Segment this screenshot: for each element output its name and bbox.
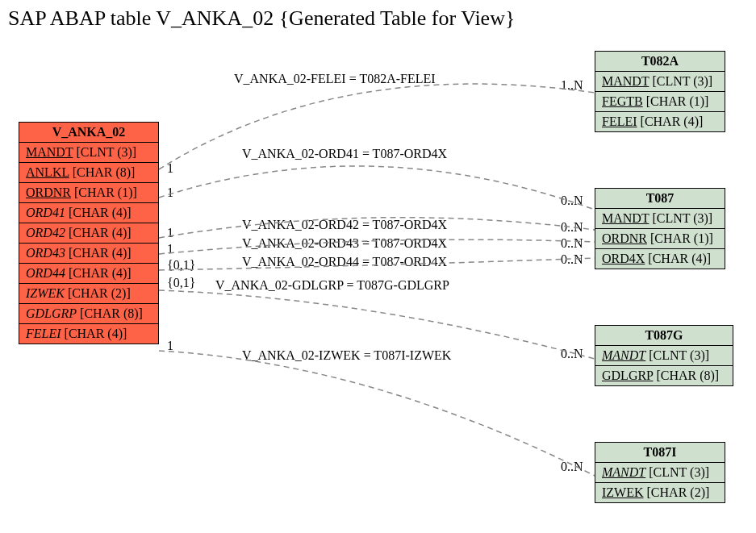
entity-v-anka-02: V_ANKA_02 MANDT [CLNT (3)] ANLKL [CHAR (… <box>19 122 159 344</box>
cardinality-right: 0..N <box>561 347 583 361</box>
entity-row: IZWEK [CHAR (2)] <box>19 284 158 304</box>
cardinality-right: 0..N <box>561 194 583 208</box>
cardinality-left: {0,1} <box>167 258 195 273</box>
entity-row: IZWEK [CHAR (2)] <box>595 483 725 502</box>
entity-row: MANDT [CLNT (3)] <box>595 463 725 483</box>
cardinality-left: 1 <box>167 226 173 240</box>
cardinality-right: 1..N <box>561 78 583 93</box>
entity-row: MANDT [CLNT (3)] <box>595 209 725 229</box>
entity-header: T082A <box>595 52 725 72</box>
edge-label: V_ANKA_02-ORD42 = T087-ORD4X <box>242 218 447 232</box>
entity-row: FELEI [CHAR (4)] <box>19 324 158 344</box>
cardinality-left: 1 <box>167 339 173 353</box>
edge-label: V_ANKA_02-ORD41 = T087-ORD4X <box>242 147 447 161</box>
entity-row: GDLGRP [CHAR (8)] <box>19 304 158 324</box>
entity-row: MANDT [CLNT (3)] <box>19 143 158 163</box>
entity-row: ORD4X [CHAR (4)] <box>595 249 725 269</box>
entity-header: V_ANKA_02 <box>19 123 158 143</box>
entity-row: FEGTB [CHAR (1)] <box>595 92 725 112</box>
entity-row: ORD44 [CHAR (4)] <box>19 264 158 284</box>
entity-row: GDLGRP [CHAR (8)] <box>595 366 733 385</box>
cardinality-left: 1 <box>167 185 173 200</box>
page-title: SAP ABAP table V_ANKA_02 {Generated Tabl… <box>8 6 515 31</box>
entity-row: FELEI [CHAR (4)] <box>595 112 725 131</box>
entity-row: ORDNR [CHAR (1)] <box>595 229 725 249</box>
cardinality-right: 0..N <box>561 220 583 235</box>
entity-header: T087 <box>595 189 725 209</box>
edge-label: V_ANKA_02-GDLGRP = T087G-GDLGRP <box>215 278 449 293</box>
cardinality-left: {0,1} <box>167 276 195 290</box>
cardinality-right: 0..N <box>561 460 583 474</box>
entity-row: ORDNR [CHAR (1)] <box>19 183 158 203</box>
entity-row: ORD43 [CHAR (4)] <box>19 244 158 264</box>
entity-row: ANLKL [CHAR (8)] <box>19 163 158 183</box>
entity-t087i: T087I MANDT [CLNT (3)] IZWEK [CHAR (2)] <box>595 442 725 503</box>
entity-t087: T087 MANDT [CLNT (3)] ORDNR [CHAR (1)] O… <box>595 188 725 269</box>
entity-t087g: T087G MANDT [CLNT (3)] GDLGRP [CHAR (8)] <box>595 325 733 386</box>
entity-row: ORD42 [CHAR (4)] <box>19 223 158 244</box>
entity-row: ORD41 [CHAR (4)] <box>19 203 158 223</box>
cardinality-left: 1 <box>167 242 173 256</box>
cardinality-right: 0..N <box>561 236 583 251</box>
edge-label: V_ANKA_02-FELEI = T082A-FELEI <box>234 72 436 86</box>
cardinality-left: 1 <box>167 161 173 176</box>
entity-header: T087I <box>595 443 725 463</box>
entity-row: MANDT [CLNT (3)] <box>595 72 725 92</box>
entity-row: MANDT [CLNT (3)] <box>595 346 733 366</box>
edge-label: V_ANKA_02-IZWEK = T087I-IZWEK <box>242 348 451 363</box>
entity-t082a: T082A MANDT [CLNT (3)] FEGTB [CHAR (1)] … <box>595 51 725 132</box>
cardinality-right: 0..N <box>561 252 583 267</box>
edge-label: V_ANKA_02-ORD43 = T087-ORD4X <box>242 236 447 251</box>
entity-header: T087G <box>595 326 733 346</box>
edge-label: V_ANKA_02-ORD44 = T087-ORD4X <box>242 255 447 269</box>
